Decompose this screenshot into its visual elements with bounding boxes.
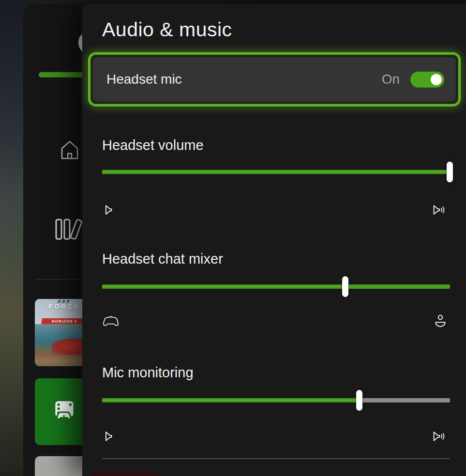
slider-thumb[interactable] <box>342 276 348 297</box>
forza-horizon-logo-icon[interactable] <box>54 217 82 242</box>
audio-music-panel: Audio & music Headset mic On Headset vol… <box>82 4 466 476</box>
headset-volume-slider[interactable] <box>102 170 450 174</box>
slider-thumb[interactable] <box>356 390 362 411</box>
slider-fill <box>102 170 450 174</box>
mic-monitoring-slider[interactable] <box>102 398 450 402</box>
speaker-loud-icon <box>432 202 447 218</box>
panel-title: Audio & music <box>102 18 232 41</box>
headset-chat-mixer-slider[interactable] <box>102 284 450 289</box>
speaker-quiet-icon <box>103 429 119 444</box>
filmstrip-controller-icon <box>51 399 77 425</box>
toggle-state-label: On <box>382 72 400 87</box>
speaker-quiet-icon <box>103 202 119 218</box>
headset-mic-toggle[interactable] <box>410 72 444 88</box>
speaker-loud-icon <box>432 429 447 444</box>
slider-thumb[interactable] <box>447 162 453 182</box>
person-icon <box>433 312 448 328</box>
slider-fill <box>102 398 360 402</box>
headset-volume-label: Headset volume <box>102 137 204 153</box>
toggle-knob <box>431 74 442 85</box>
next-item-peek <box>92 472 159 476</box>
xbox-guide-screen: FORZA HORIZON 5 Audio & music Headset mi… <box>0 0 466 476</box>
headset-mic-label: Headset mic <box>106 72 182 87</box>
home-icon[interactable] <box>57 137 82 162</box>
slider-fill <box>102 284 346 289</box>
headset-mic-row[interactable]: Headset mic On <box>88 52 461 106</box>
headset-chat-mixer-label: Headset chat mixer <box>102 251 223 267</box>
headset-mic-row-inner: Headset mic On <box>93 57 456 102</box>
mic-monitoring-label: Mic monitoring <box>102 365 194 381</box>
controller-icon <box>102 314 117 330</box>
sidebar-divider <box>35 279 89 280</box>
section-divider <box>102 458 450 459</box>
